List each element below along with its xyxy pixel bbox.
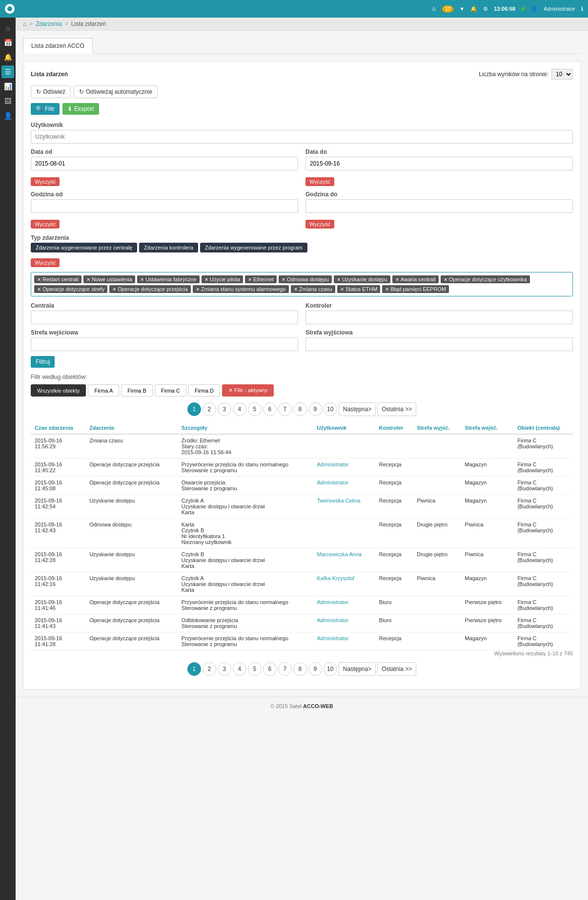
pagination-bottom: 1 2 3 4 5 6 7 8 9 10 Następna> Ostatnia … bbox=[31, 662, 573, 676]
user-link[interactable]: Tworowska Celina bbox=[317, 498, 360, 503]
page-btn-bottom-8[interactable]: 8 bbox=[293, 662, 307, 676]
page-btn-bottom-9[interactable]: 9 bbox=[308, 662, 322, 676]
user-link[interactable]: Marcewiczka Anna bbox=[317, 551, 362, 557]
event-type-btn-0[interactable]: Zdarzenia wygenerowane przez centralę bbox=[31, 243, 137, 252]
info-icon[interactable]: ℹ bbox=[581, 6, 583, 12]
strefa-wyj-input[interactable] bbox=[305, 337, 573, 351]
bell-icon[interactable]: 🔔 bbox=[470, 6, 477, 12]
user-link[interactable]: Administrator bbox=[317, 461, 348, 467]
tag-status-ethm[interactable]: ✕ Status ETHM bbox=[337, 285, 380, 293]
centrala-input[interactable] bbox=[31, 311, 298, 324]
sidebar-item-calendar[interactable]: 📅 bbox=[1, 36, 14, 49]
obj-btn-firma-a[interactable]: Firma A bbox=[88, 384, 119, 397]
tag-zmiana-stanu[interactable]: ✕ Zmiana stanu systemu alarmowego bbox=[193, 285, 289, 293]
page-next-bottom[interactable]: Następna> bbox=[339, 662, 376, 676]
cell-user: Marcewiczka Anna bbox=[313, 548, 375, 572]
results-per-page-select[interactable]: 10 25 50 bbox=[551, 69, 573, 80]
strefa-wej-input[interactable] bbox=[31, 337, 298, 351]
page-btn-10[interactable]: 10 bbox=[324, 402, 337, 416]
page-btn-bottom-5[interactable]: 5 bbox=[248, 662, 262, 676]
clear-date-from-button[interactable]: Wyczyść bbox=[31, 177, 60, 186]
page-btn-bottom-10[interactable]: 10 bbox=[324, 662, 337, 676]
tab-lista-zdarzen[interactable]: Lista zdarzeń ACCO bbox=[23, 38, 93, 54]
page-btn-9[interactable]: 9 bbox=[308, 402, 322, 416]
user-icon[interactable]: 👤 bbox=[531, 6, 538, 12]
filtruj-button[interactable]: Filtruj bbox=[31, 356, 55, 368]
page-last-bottom[interactable]: Ostatnia >> bbox=[377, 662, 416, 676]
event-type-btn-1[interactable]: Zdarzenia kontrolera bbox=[139, 243, 198, 252]
col-header-event: Zdarzenie bbox=[85, 422, 178, 434]
user-input[interactable] bbox=[31, 130, 573, 144]
page-btn-bottom-1[interactable]: 1 bbox=[187, 662, 201, 676]
refresh-button[interactable]: ↻ Odśwież bbox=[31, 85, 71, 98]
sidebar-item-image[interactable]: 🖼 bbox=[1, 95, 14, 107]
page-btn-6[interactable]: 6 bbox=[263, 402, 277, 416]
auto-refresh-button[interactable]: ↻ Odświeżaj automatycznie bbox=[74, 85, 158, 98]
clear-event-type-button[interactable]: Wyczyść bbox=[31, 258, 60, 267]
page-btn-bottom-6[interactable]: 6 bbox=[263, 662, 277, 676]
obj-btn-filter-active[interactable]: ✕ Filtr - aktywny bbox=[222, 384, 274, 397]
sidebar-item-user[interactable]: 👤 bbox=[1, 109, 14, 122]
clear-time-from-button[interactable]: Wyczyść bbox=[31, 220, 60, 229]
time-to-input[interactable] bbox=[305, 199, 573, 213]
breadcrumb-home-icon[interactable]: ⌂ bbox=[23, 21, 26, 27]
alert-count[interactable]: 17 bbox=[442, 5, 453, 13]
page-btn-3[interactable]: 3 bbox=[218, 402, 231, 416]
page-btn-4[interactable]: 4 bbox=[233, 402, 246, 416]
tag-awaria[interactable]: ✕ Awaria centrali bbox=[392, 275, 439, 283]
page-last[interactable]: Ostatnia >> bbox=[377, 402, 416, 416]
tag-restart[interactable]: ✕ Restart centrali bbox=[34, 275, 81, 283]
date-to-input[interactable] bbox=[305, 157, 573, 170]
page-btn-1[interactable]: 1 bbox=[187, 402, 201, 416]
tag-fabryczne[interactable]: ✕ Ustawienia fabryczne bbox=[137, 275, 200, 283]
export-button[interactable]: ⬇ Eksport bbox=[62, 103, 99, 115]
sidebar-item-home[interactable]: ⌂ bbox=[1, 21, 14, 34]
page-btn-bottom-7[interactable]: 7 bbox=[278, 662, 292, 676]
alert-icon[interactable]: ⚠ bbox=[431, 6, 436, 12]
tag-oper-przej[interactable]: ✕ Operacje dotyczące przejścia bbox=[109, 285, 191, 293]
tag-nowe[interactable]: ✕ Nowe ustawienia bbox=[83, 275, 135, 283]
user-link[interactable]: Administrator bbox=[317, 599, 348, 605]
sidebar-item-chart[interactable]: 📊 bbox=[1, 80, 14, 93]
page-next[interactable]: Następna> bbox=[339, 402, 376, 416]
tag-odmowa[interactable]: ✕ Odmowa dostępu bbox=[279, 275, 332, 283]
expand-icon[interactable]: ▼ bbox=[459, 6, 465, 12]
page-btn-8[interactable]: 8 bbox=[293, 402, 307, 416]
user-link[interactable]: Kafka Krzysztof bbox=[317, 575, 354, 581]
clear-date-to-button[interactable]: Wyczyść bbox=[305, 177, 334, 186]
kontroler-input[interactable] bbox=[305, 311, 573, 324]
tag-uzyskanie[interactable]: ✕ Uzyskanie dostępu bbox=[334, 275, 390, 283]
cell-obiekt: Firma C(Budowlanych) bbox=[513, 548, 573, 572]
page-btn-bottom-2[interactable]: 2 bbox=[203, 662, 216, 676]
sidebar-item-bell[interactable]: 🔔 bbox=[1, 51, 14, 63]
user-link[interactable]: Administrator bbox=[317, 635, 348, 641]
tag-ethernet[interactable]: ✕ Ethernet bbox=[245, 275, 277, 283]
tag-oper-user[interactable]: ✕ Operacje dotyczące użytkownika bbox=[441, 275, 530, 283]
cell-strefa-wyj bbox=[413, 459, 461, 477]
page-btn-bottom-4[interactable]: 4 bbox=[233, 662, 246, 676]
obj-btn-firma-b[interactable]: Firma B bbox=[121, 384, 153, 397]
obj-btn-firma-c[interactable]: Firma C bbox=[155, 384, 186, 397]
date-from-input[interactable] bbox=[31, 157, 298, 170]
user-label: Użytkownik bbox=[31, 122, 573, 128]
page-btn-2[interactable]: 2 bbox=[203, 402, 216, 416]
breadcrumb-level1[interactable]: Zdarzenia bbox=[36, 21, 61, 27]
tag-pilot[interactable]: ✕ Użycie pilota bbox=[202, 275, 243, 283]
gear-icon[interactable]: ⚙ bbox=[483, 6, 488, 12]
obj-btn-all[interactable]: Wszystkie obiekty bbox=[31, 384, 86, 397]
obj-btn-firma-d[interactable]: Firma D bbox=[188, 384, 220, 397]
user-link[interactable]: Administrator bbox=[317, 617, 348, 623]
sidebar-item-list[interactable]: ☰ bbox=[1, 65, 14, 78]
filter-button[interactable]: 🔍 Filtr bbox=[31, 103, 60, 115]
tag-zmiana-czasu[interactable]: ✕ Zmiana czasu bbox=[291, 285, 335, 293]
tag-blad-eeprom[interactable]: ✕ Błąd pamięci EEPROM bbox=[382, 285, 449, 293]
time-from-input[interactable] bbox=[31, 199, 298, 213]
user-link[interactable]: Administrator bbox=[317, 480, 348, 485]
cell-strefa-wyj: Piwnica bbox=[413, 495, 461, 519]
tag-oper-strefa[interactable]: ✕ Operacje dotyczące strefy bbox=[34, 285, 107, 293]
page-btn-7[interactable]: 7 bbox=[278, 402, 292, 416]
event-type-btn-2[interactable]: Zdarzenia wygenerowane przez program bbox=[200, 243, 307, 252]
clear-time-to-button[interactable]: Wyczyść bbox=[305, 220, 334, 229]
page-btn-5[interactable]: 5 bbox=[248, 402, 262, 416]
page-btn-bottom-3[interactable]: 3 bbox=[218, 662, 231, 676]
